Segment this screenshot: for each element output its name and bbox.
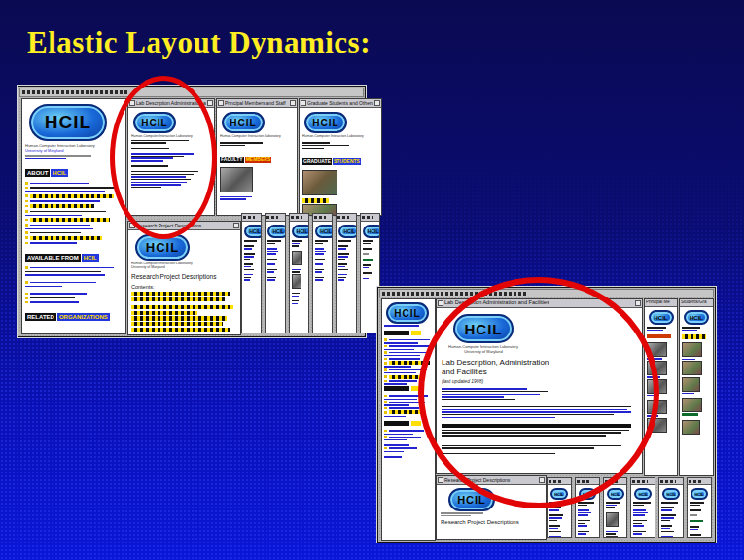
text-line <box>363 253 369 255</box>
link-line <box>244 279 250 281</box>
contents-link-list <box>131 292 237 332</box>
text-line <box>549 520 557 522</box>
link-line <box>244 256 254 258</box>
link-line <box>25 215 82 217</box>
spacer <box>267 274 270 276</box>
titlebar-text-smear <box>22 90 129 94</box>
link-line <box>549 509 559 511</box>
heading-related-organizations: RELATED ORGANIZATIONS <box>25 313 110 321</box>
highlight-line <box>131 316 227 321</box>
link-line <box>384 404 409 406</box>
text-line <box>578 502 594 504</box>
link-line <box>292 243 301 245</box>
window-menu-box <box>438 300 443 306</box>
text-lines <box>244 240 259 281</box>
link-line <box>549 517 562 519</box>
text-lines <box>25 155 123 159</box>
spacer <box>267 266 271 268</box>
bullet-item <box>25 242 123 245</box>
spacer <box>315 256 318 258</box>
text-line <box>338 277 345 279</box>
bullet-item <box>25 200 123 203</box>
panel-principal-members: Principal Members and Staff HCIL Human-C… <box>216 98 298 216</box>
text-line <box>267 262 273 263</box>
panel-hcil-home: HCIL Human-Computer Interaction Laborato… <box>21 98 126 334</box>
panel-titlebar <box>659 478 683 485</box>
text-lines <box>302 140 378 150</box>
photo-thumbnail <box>606 536 619 537</box>
text-line <box>315 243 323 245</box>
text-line <box>267 243 275 245</box>
link-line <box>25 286 62 288</box>
link-line <box>384 342 418 344</box>
text-line <box>292 240 302 242</box>
spacer <box>384 427 386 429</box>
link-line <box>338 248 346 250</box>
text-line <box>315 240 328 242</box>
titlebar-text-smear <box>291 216 302 219</box>
text-line <box>690 514 697 516</box>
text-line <box>647 327 666 329</box>
spacer <box>633 517 637 519</box>
spacer <box>682 395 683 397</box>
link-line <box>220 196 252 198</box>
link-line <box>633 533 642 535</box>
link-line <box>647 330 663 332</box>
spacer <box>25 289 35 291</box>
student-photo-list <box>302 170 378 216</box>
panel-titlebar: Graduate Students and Others <box>300 99 381 108</box>
window-maximize-box <box>374 100 380 106</box>
text-line <box>363 243 372 245</box>
spacer <box>682 417 684 419</box>
link-line <box>578 533 586 535</box>
link-line <box>384 456 402 458</box>
text-line <box>338 263 347 265</box>
spacer <box>338 271 343 273</box>
collapsed-page-column: HCIL <box>658 477 684 538</box>
link-line <box>338 266 345 268</box>
about-link-list <box>25 182 123 244</box>
link-line <box>244 266 251 268</box>
text-line <box>363 240 374 242</box>
photo-thumbnail <box>302 170 337 195</box>
text-line <box>338 253 349 255</box>
text-line <box>25 155 91 157</box>
titlebar-text-smear <box>660 480 675 483</box>
text-line <box>661 525 672 527</box>
text-line <box>690 526 699 528</box>
spacer <box>690 524 695 526</box>
link-line <box>384 451 404 453</box>
titlebar-text-smear <box>337 216 349 219</box>
hcil-logo-icon: HCIL <box>386 302 429 324</box>
text-line <box>549 514 563 516</box>
spacer <box>131 302 138 304</box>
spacer <box>682 340 684 342</box>
text-line <box>633 502 650 504</box>
slide-title: Elastic Layout Dynamics: <box>27 25 371 60</box>
link-line <box>578 512 591 514</box>
link-line <box>363 278 369 280</box>
text-line <box>338 240 351 242</box>
link-line <box>25 274 105 276</box>
link-line <box>267 253 276 255</box>
spacer <box>647 332 649 333</box>
available-link-list <box>25 266 123 303</box>
spacer <box>661 505 666 507</box>
bullet-item <box>25 231 123 234</box>
text-line <box>549 531 561 533</box>
bullet-item <box>25 236 123 240</box>
link-line <box>633 525 643 527</box>
spacer <box>220 140 225 142</box>
bullet-item <box>25 194 123 198</box>
bullet-item <box>25 187 123 190</box>
spacer <box>549 512 556 514</box>
spacer <box>220 193 223 195</box>
text-line <box>292 300 300 302</box>
window-maximize-box <box>635 300 641 306</box>
collapsed-page-column: HCIL <box>289 213 309 333</box>
link-line <box>549 536 561 537</box>
link-line <box>25 191 105 192</box>
bullet-item <box>25 182 123 185</box>
hcil-logo-icon: HCIL <box>267 225 284 238</box>
link-line <box>661 528 670 530</box>
